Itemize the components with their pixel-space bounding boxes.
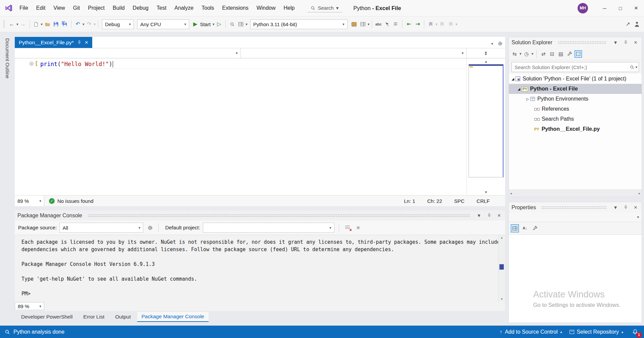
chevron-down-icon[interactable]: ▾	[532, 52, 534, 56]
find-in-files-icon[interactable]	[228, 20, 236, 28]
chevron-down-icon[interactable]: ▾	[520, 52, 522, 56]
quick-action-icon[interactable]: ◎	[29, 60, 34, 66]
property-pages-icon[interactable]	[531, 224, 539, 232]
document-outline-tab[interactable]: Document Outline	[0, 37, 15, 323]
notifications-button[interactable]: 1	[631, 328, 639, 336]
menu-item-view[interactable]: View	[49, 0, 69, 16]
tree-row-python-environments[interactable]: ▷ Python Environments	[509, 94, 642, 104]
default-project-dropdown[interactable]: ▾	[203, 223, 334, 233]
editor-zoom-dropdown[interactable]: 89 % ▾	[15, 195, 44, 206]
stop-icon[interactable]: ■	[354, 224, 362, 232]
scrollbar-thumb[interactable]	[469, 64, 503, 177]
search-icon[interactable]	[629, 64, 635, 70]
chevron-down-icon[interactable]: ▾	[213, 22, 215, 26]
document-list-chevron-icon[interactable]: ▾	[491, 42, 493, 46]
console-vertical-scrollbar[interactable]: ▴ ▾	[498, 235, 505, 301]
menu-item-debug[interactable]: Debug	[129, 0, 153, 16]
menu-item-analyze[interactable]: Analyze	[170, 0, 198, 16]
chevron-down-icon[interactable]: ▾	[41, 22, 43, 26]
properties-window-icon[interactable]	[566, 50, 573, 58]
package-source-settings-gear-icon[interactable]	[146, 224, 154, 232]
maximize-button[interactable]: □	[612, 0, 628, 16]
window-position-chevron-icon[interactable]: ▾	[476, 212, 482, 219]
add-to-source-control-button[interactable]: ↑ Add to Source Control ▴	[499, 329, 562, 335]
console-output[interactable]: Each package is licensed to you by its o…	[15, 235, 505, 301]
chevron-down-icon[interactable]: ▾	[455, 22, 458, 26]
preview-selected-items-icon[interactable]: ▤	[557, 50, 565, 58]
pmc-header[interactable]: Package Manager Console ▾ ×	[15, 210, 505, 221]
start-debugging-icon[interactable]: ▶	[191, 20, 199, 28]
tree-row-solution[interactable]: ◢ Solution 'Python - Excel File' (1 of 1…	[509, 74, 642, 84]
project-dropdown[interactable]: ▾	[15, 48, 241, 58]
increase-indent-icon[interactable]: ⇥	[414, 20, 422, 28]
chevron-down-icon[interactable]: ▾	[94, 22, 96, 26]
menu-item-git[interactable]: Git	[69, 0, 84, 16]
clear-console-icon[interactable]	[343, 224, 352, 232]
solution-explorer-drag-texture[interactable]	[558, 41, 607, 44]
pin-icon[interactable]	[486, 212, 492, 219]
toolbar-grip[interactable]	[3, 20, 5, 28]
collapse-all-icon[interactable]: ⊟	[548, 50, 556, 58]
package-manager-icon[interactable]	[350, 20, 358, 28]
decrease-indent-icon[interactable]: ⇤	[405, 20, 413, 28]
pmc-drag-texture[interactable]	[88, 214, 470, 217]
open-file-icon[interactable]	[43, 20, 51, 28]
scroll-right-icon[interactable]: ▸	[639, 191, 640, 195]
save-icon[interactable]	[52, 20, 60, 28]
navigate-forward-icon[interactable]: →	[19, 20, 27, 28]
spell-check-icon[interactable]: abc	[374, 20, 382, 28]
health-indicator-icon[interactable]: ✓	[49, 198, 55, 204]
menu-item-build[interactable]: Build	[109, 0, 129, 16]
close-button[interactable]: ×	[628, 0, 644, 16]
spaces-indicator[interactable]: SPC	[454, 198, 465, 204]
redo-icon[interactable]: ↷	[85, 20, 93, 28]
tree-row-references[interactable]: References	[509, 104, 642, 114]
close-tab-icon[interactable]: ×	[85, 40, 88, 45]
tree-row-project[interactable]: ◢ PY Python - Excel File	[509, 84, 642, 94]
code-text[interactable]: print("Hello World!")	[40, 58, 467, 195]
menu-item-test[interactable]: Test	[153, 0, 170, 16]
pin-icon[interactable]	[622, 39, 629, 46]
close-icon[interactable]: ×	[632, 204, 639, 211]
expander-icon[interactable]: ◢	[510, 77, 516, 81]
code-editor[interactable]: ◎ [ print("Hello World!") ▲ ▼	[15, 58, 505, 195]
code-line-1[interactable]: print("Hello World!")	[40, 60, 467, 69]
sync-with-active-document-icon[interactable]: ⇄	[540, 50, 547, 58]
scroll-up-icon[interactable]: ▲	[484, 58, 488, 64]
global-search-box[interactable]: Search ▾	[307, 4, 342, 12]
solution-explorer-search[interactable]: ▾	[512, 62, 639, 72]
share-icon[interactable]: ↗	[624, 20, 632, 28]
send-feedback-icon[interactable]	[633, 20, 641, 28]
toggle-bookmark-icon[interactable]	[427, 20, 435, 28]
menu-item-edit[interactable]: Edit	[32, 0, 50, 16]
start-without-debugging-icon[interactable]: ▷	[215, 20, 223, 28]
solution-platform-dropdown[interactable]: Any CPU ▾	[137, 19, 189, 29]
properties-header[interactable]: Properties ▾ ×	[509, 202, 642, 213]
solution-configuration-dropdown[interactable]: Debug ▾	[102, 19, 134, 29]
format-document-icon[interactable]	[392, 20, 400, 28]
start-button[interactable]: Start	[200, 21, 211, 27]
chevron-down-icon[interactable]: ▾	[635, 65, 637, 69]
tree-row-python-file[interactable]: PY Python__Excel_File.py	[509, 124, 642, 134]
tab-output[interactable]: Output	[111, 312, 135, 322]
member-dropdown[interactable]: ▾	[241, 48, 467, 58]
column-indicator[interactable]: Ch: 22	[427, 198, 442, 204]
save-all-icon[interactable]	[61, 20, 69, 28]
close-icon[interactable]: ×	[632, 39, 639, 46]
chevron-down-icon[interactable]: ▾	[435, 22, 437, 26]
menu-item-tools[interactable]: Tools	[198, 0, 218, 16]
split-window-handle[interactable]: ⇕	[467, 48, 505, 58]
tree-row-search-paths[interactable]: Search Paths	[509, 114, 642, 124]
solution-explorer-header[interactable]: Solution Explorer ▾ ×	[509, 37, 642, 48]
previous-bookmark-icon[interactable]	[438, 20, 446, 28]
properties-drag-texture[interactable]	[541, 206, 607, 209]
line-indicator[interactable]: Ln: 1	[404, 198, 415, 204]
undo-icon[interactable]: ↶	[74, 20, 82, 28]
menu-item-window[interactable]: Window	[253, 0, 280, 16]
close-icon[interactable]: ×	[496, 212, 502, 219]
window-position-chevron-icon[interactable]: ▾	[612, 204, 619, 211]
menu-item-project[interactable]: Project	[84, 0, 109, 16]
account-avatar[interactable]: MH	[578, 3, 588, 13]
new-project-icon[interactable]	[32, 20, 40, 28]
tab-developer-powershell[interactable]: Developer PowerShell	[17, 312, 77, 322]
